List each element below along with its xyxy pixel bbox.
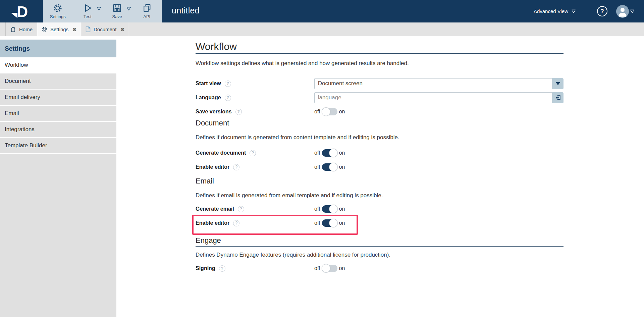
signing-toggle[interactable]: off on (314, 265, 345, 272)
document-title: untitled (172, 6, 200, 15)
toggle-off-label: off (314, 206, 320, 212)
top-bar: D Settings Test (0, 0, 644, 22)
settings-sidebar: Settings Workflow Document Email deliver… (0, 36, 116, 317)
document-enable-editor-toggle[interactable]: off on (314, 163, 345, 171)
toggle-knob[interactable] (322, 264, 330, 273)
generate-email-row: Generate email ? off on (196, 202, 564, 216)
sidebar-header: Settings (0, 40, 116, 57)
toggle-on-label: on (339, 109, 345, 115)
toggle-knob[interactable] (329, 149, 338, 157)
close-icon[interactable]: ✖ (120, 27, 124, 32)
toggle-track[interactable] (322, 149, 337, 157)
user-avatar[interactable] (616, 5, 629, 18)
help-icon[interactable]: ? (235, 109, 242, 115)
help-icon[interactable]: ? (233, 220, 239, 226)
tab-home[interactable]: Home (5, 22, 37, 36)
main-panel: Workflow Workflow settings defines what … (116, 36, 644, 317)
start-view-select[interactable]: Document screen (314, 78, 552, 89)
email-enable-editor-toggle[interactable]: off on (314, 219, 345, 227)
document-enable-editor-row: Enable editor ? off on (196, 160, 564, 174)
generate-email-toggle[interactable]: off on (314, 205, 345, 213)
chevron-down-icon (571, 9, 576, 13)
section-description: Defines if email is generated from email… (196, 192, 564, 199)
toggle-on-label: on (339, 265, 345, 271)
save-button[interactable]: Save (102, 0, 132, 22)
language-input[interactable] (318, 94, 549, 101)
section-description: Defines if document is generated from co… (196, 134, 564, 141)
toggle-track[interactable] (322, 163, 337, 171)
settings-button[interactable]: Settings (43, 0, 73, 22)
user-icon (616, 5, 629, 18)
page-description: Workflow settings defines what is genera… (196, 60, 564, 67)
start-view-row: Start view ? Document screen (196, 76, 564, 91)
insert-field-icon (555, 95, 561, 101)
help-icon[interactable]: ? (250, 150, 256, 156)
tab-bar: Home Settings ✖ Document ✖ (0, 22, 644, 36)
toggle-track[interactable] (322, 219, 337, 227)
help-icon[interactable]: ? (219, 265, 225, 272)
toggle-track[interactable] (322, 265, 337, 272)
sidebar-item-document[interactable]: Document (0, 73, 116, 90)
user-menu-caret-icon[interactable] (630, 9, 635, 13)
page-title: Workflow (196, 41, 564, 54)
toggle-knob[interactable] (322, 107, 330, 116)
test-button-label: Test (84, 14, 92, 19)
sidebar-item-integrations[interactable]: Integrations (0, 122, 116, 138)
help-icon[interactable]: ? (225, 81, 231, 87)
toggle-knob[interactable] (329, 219, 338, 227)
toggle-on-label: on (339, 150, 345, 156)
start-view-dropdown-button[interactable] (552, 78, 564, 89)
email-enable-editor-row-highlighted: Enable editor ? off on (196, 216, 564, 230)
generate-document-row: Generate document ? off on (196, 146, 564, 160)
toggle-off-label: off (314, 265, 320, 271)
generate-document-toggle[interactable]: off on (314, 149, 345, 157)
generate-document-label: Generate document (196, 150, 246, 156)
api-button[interactable]: API (132, 0, 162, 22)
tab-settings-label: Settings (50, 27, 68, 32)
toggle-on-label: on (339, 220, 345, 226)
sidebar-item-email-delivery[interactable]: Email delivery (0, 90, 116, 106)
question-mark-icon: ? (600, 8, 604, 15)
language-insert-button[interactable] (552, 92, 564, 103)
signing-row: Signing ? off on (196, 261, 564, 275)
sidebar-item-email[interactable]: Email (0, 106, 116, 122)
section-description: Defines Dynamo Engage features (requires… (196, 251, 564, 259)
help-icon[interactable]: ? (225, 95, 231, 101)
save-versions-row: Save versions ? off on (196, 105, 564, 119)
start-view-label: Start view (196, 81, 221, 87)
save-button-label: Save (112, 14, 122, 19)
toggle-off-label: off (314, 109, 320, 115)
help-button[interactable]: ? (597, 6, 607, 16)
save-dropdown-caret-icon[interactable] (126, 7, 131, 11)
toggle-track[interactable] (322, 205, 337, 213)
section-title-document: Document (196, 119, 564, 129)
advanced-view-dropdown[interactable]: Advanced View (534, 8, 576, 14)
toggle-off-label: off (314, 150, 320, 156)
save-versions-label: Save versions (196, 109, 232, 115)
enable-editor-label: Enable editor (196, 164, 229, 170)
home-icon (10, 27, 16, 32)
copy-icon (142, 3, 152, 13)
topbar-right-group: Advanced View ? (534, 0, 635, 22)
toggle-knob[interactable] (329, 205, 338, 213)
help-icon[interactable]: ? (233, 164, 239, 170)
close-icon[interactable]: ✖ (72, 27, 76, 32)
toggle-track[interactable] (322, 108, 337, 115)
settings-button-label: Settings (50, 14, 66, 19)
tab-settings[interactable]: Settings ✖ (37, 22, 81, 36)
toggle-knob[interactable] (329, 163, 338, 171)
generate-email-label: Generate email (196, 206, 234, 212)
test-button[interactable]: Test (73, 0, 103, 22)
toggle-off-label: off (314, 220, 320, 226)
app-logo-icon[interactable]: D (9, 3, 32, 20)
save-versions-toggle[interactable]: off on (314, 108, 345, 115)
sidebar-item-template-builder[interactable]: Template Builder (0, 138, 116, 154)
tab-home-label: Home (19, 27, 33, 32)
document-icon (86, 27, 91, 32)
help-icon[interactable]: ? (238, 206, 244, 212)
test-dropdown-caret-icon[interactable] (97, 7, 101, 11)
advanced-view-label: Advanced View (534, 8, 568, 14)
tab-document[interactable]: Document ✖ (81, 22, 129, 36)
sidebar-item-workflow[interactable]: Workflow (0, 57, 116, 73)
dropdown-arrow-icon (555, 82, 560, 86)
